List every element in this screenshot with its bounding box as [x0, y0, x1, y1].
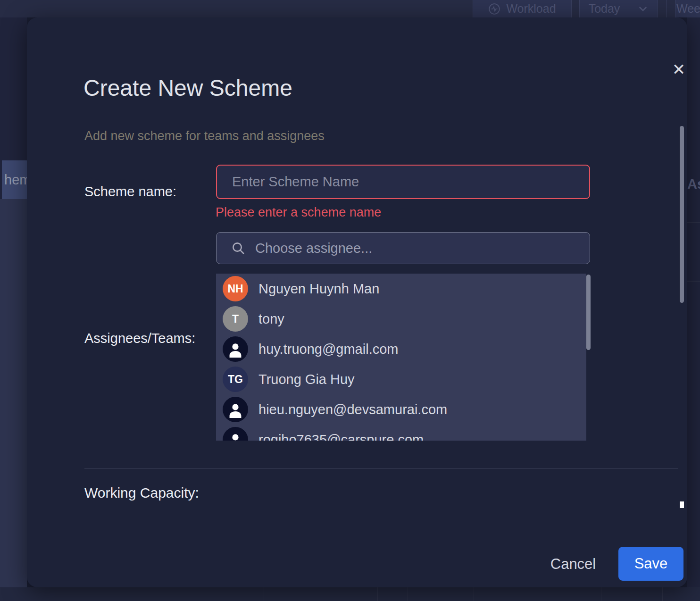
background-assignee-header-text: As [687, 176, 700, 192]
date-dropdown-button[interactable] [628, 0, 658, 17]
assignee-name: rogiho7635@carspure.com [258, 432, 424, 441]
background-grid-line [474, 587, 474, 601]
scheme-name-error: Please enter a scheme name [216, 205, 381, 220]
avatar-initials: T [232, 313, 239, 326]
background-grid-line [687, 281, 700, 282]
search-icon [231, 241, 246, 256]
assignees-teams-label: Assignees/Teams: [84, 331, 195, 346]
background-grid-line [662, 587, 663, 601]
assignee-name: Nguyen Huynh Man [258, 281, 379, 297]
background-selected-scheme-item: heme [2, 160, 29, 199]
save-label: Save [634, 555, 668, 572]
week-button[interactable]: Wee [675, 0, 700, 17]
assignee-avatar: TG [223, 367, 248, 392]
save-button[interactable]: Save [618, 547, 683, 581]
cancel-button[interactable]: Cancel [540, 551, 606, 578]
create-scheme-dialog: ✕ Create New Scheme Add new scheme for t… [27, 17, 687, 587]
avatar-initials: NH [227, 283, 243, 295]
background-grid-line [377, 587, 378, 601]
topbar-divider [667, 0, 667, 17]
dialog-subtitle: Add new scheme for teams and assignees [84, 129, 325, 143]
background-grid-line [264, 587, 264, 601]
dialog-scrollbar[interactable] [680, 126, 684, 303]
scheme-name-label: Scheme name: [84, 184, 176, 200]
close-button[interactable]: ✕ [665, 56, 693, 83]
assignee-option[interactable]: T tony [216, 304, 586, 334]
avatar-initials: TG [228, 373, 243, 386]
workload-tab[interactable]: Workload [473, 0, 572, 17]
assignee-name: Truong Gia Huy [258, 372, 355, 387]
assignee-avatar [223, 427, 248, 441]
assignee-avatar: NH [223, 276, 248, 301]
assignee-option[interactable]: TG Truong Gia Huy [216, 364, 586, 394]
assignee-option[interactable]: NH Nguyen Huynh Man [216, 274, 586, 304]
assignee-avatar [223, 336, 248, 362]
activity-icon [488, 3, 500, 15]
week-label: Wee [676, 2, 700, 16]
background-bottom-strip [0, 587, 700, 601]
assignee-option[interactable]: huy.truong@gmail.com [216, 334, 586, 364]
scheme-name-input[interactable] [216, 165, 590, 199]
assignee-avatar [223, 397, 248, 422]
assignee-option[interactable]: rogiho7635@carspure.com [216, 425, 586, 441]
assignee-name: huy.truong@gmail.com [258, 342, 398, 357]
person-icon [227, 401, 244, 418]
background-grid-line [408, 587, 408, 601]
assignee-list-scrollbar[interactable] [586, 275, 591, 350]
cursor-mark [680, 501, 684, 508]
section-divider [84, 468, 678, 468]
assignee-avatar: T [223, 306, 248, 332]
person-icon [227, 341, 244, 358]
header-divider [84, 155, 678, 155]
assignee-name: tony [258, 311, 284, 327]
assignee-search-input[interactable] [254, 240, 581, 257]
chevron-down-icon [637, 3, 649, 15]
cancel-label: Cancel [550, 556, 596, 572]
background-grid-line [601, 587, 601, 601]
today-label: Today [589, 2, 620, 16]
working-capacity-label: Working Capacity: [84, 485, 199, 504]
screen: Workload Today Wee heme As ✕ Create Ne [0, 0, 700, 601]
background-grid-line [687, 222, 700, 223]
assignee-name: hieu.nguyen@devsamurai.com [258, 402, 447, 417]
assignee-list: NH Nguyen Huynh Man T tony huy.truong@gm [216, 274, 586, 441]
dialog-title: Create New Scheme [83, 75, 292, 101]
close-icon: ✕ [672, 60, 686, 79]
background-right-panel [687, 17, 700, 601]
assignee-search-box[interactable] [216, 232, 590, 264]
today-button[interactable]: Today [579, 0, 629, 17]
workload-label: Workload [506, 2, 556, 16]
person-icon [227, 431, 244, 441]
background-scheme-text: heme [4, 172, 29, 188]
background-left-panel-lower [0, 199, 27, 587]
assignee-option[interactable]: hieu.nguyen@devsamurai.com [216, 394, 586, 425]
background-topbar: Workload Today Wee [0, 0, 700, 17]
